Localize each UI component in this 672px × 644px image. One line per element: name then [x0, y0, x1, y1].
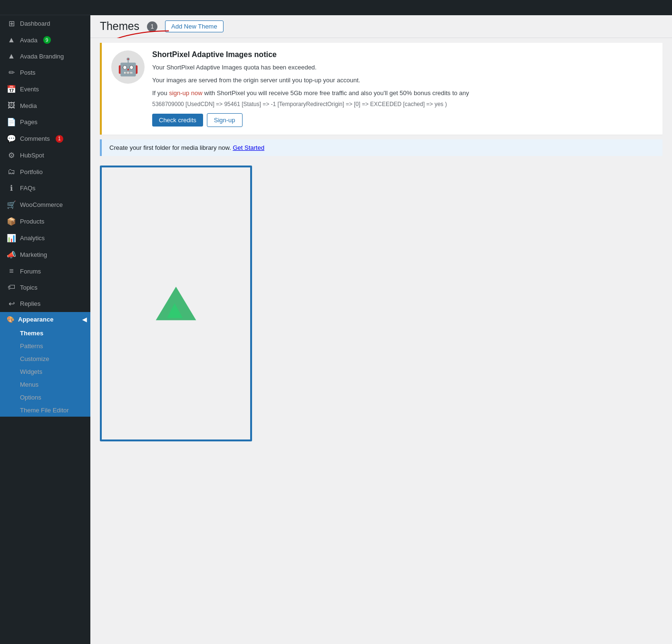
sidebar-item-themes[interactable]: Themes	[0, 327, 90, 340]
notice-line3-prefix: If you	[152, 89, 169, 97]
pages-icon: 📄	[7, 117, 16, 127]
signup-now-link[interactable]: sign-up now	[169, 89, 202, 97]
sidebar-item-events[interactable]: 📅 Events	[0, 81, 90, 98]
sidebar-item-label: Avada Branding	[20, 53, 64, 60]
hubspot-icon: ⚙	[7, 151, 16, 160]
avada-badge: 9	[43, 36, 51, 44]
sidebar-item-avada[interactable]: ▲ Avada 9	[0, 32, 90, 48]
notice-line1: Your ShortPixel Adaptive Images quota ha…	[152, 63, 653, 73]
sidebar-item-label: Posts	[20, 69, 36, 76]
sidebar-item-widgets[interactable]: Widgets	[0, 365, 90, 378]
page-title: Themes	[100, 20, 139, 33]
sidebar-item-label: Media	[20, 102, 37, 109]
replies-icon: ↩	[7, 299, 16, 308]
sidebar-item-menus[interactable]: Menus	[0, 378, 90, 391]
sidebar-item-forums[interactable]: ≡ Forums	[0, 263, 90, 279]
products-icon: 📦	[7, 217, 16, 226]
sidebar-item-appearance[interactable]: 🎨 Appearance ◀	[0, 312, 90, 327]
sidebar-item-products[interactable]: 📦 Products	[0, 213, 90, 230]
forums-icon: ≡	[7, 267, 16, 275]
sidebar-item-posts[interactable]: ✏ Posts	[0, 64, 90, 81]
sidebar-item-analytics[interactable]: 📊 Analytics	[0, 230, 90, 246]
sidebar-item-patterns[interactable]: Patterns	[0, 340, 90, 352]
avada-logo-svg	[152, 284, 200, 322]
main-content: Themes 1 Add New Theme 🤖 ShortPixel Adap…	[90, 0, 672, 644]
top-admin-bar	[90, 0, 672, 15]
add-new-theme-button[interactable]: Add New Theme	[165, 20, 224, 32]
sidebar-item-label: Forums	[20, 268, 41, 275]
content-area: 🤖 ShortPixel Adaptive Images notice Your…	[90, 38, 672, 644]
woocommerce-icon: 🛒	[7, 200, 16, 209]
sidebar-item-options[interactable]: Options	[0, 391, 90, 404]
notice-line2: Your images are served from the origin s…	[152, 76, 653, 86]
sidebar-item-dashboard[interactable]: ⊞ Dashboard	[0, 15, 90, 32]
appearance-label: Appearance	[18, 316, 53, 323]
sidebar-item-label: Topics	[20, 284, 38, 291]
avada-theme-logo	[152, 284, 200, 322]
sidebar-item-theme-file-editor[interactable]: Theme File Editor	[0, 404, 90, 417]
sidebar-item-avada-branding[interactable]: ▲ Avada Branding	[0, 48, 90, 64]
sidebar-item-customize[interactable]: Customize	[0, 352, 90, 365]
sidebar-item-topics[interactable]: 🏷 Topics	[0, 279, 90, 295]
signup-button[interactable]: Sign-up	[207, 113, 243, 127]
sidebar-item-label: Dashboard	[20, 20, 50, 27]
theme-count-badge: 1	[147, 21, 157, 32]
notice-meta: 5368709000 [UsedCDN] => 95461 [Status] =…	[152, 101, 653, 107]
get-started-link[interactable]: Get Started	[233, 144, 264, 151]
appearance-icon: 🎨	[7, 316, 14, 323]
sidebar-item-label: FAQs	[20, 185, 36, 192]
appearance-section: 🎨 Appearance ◀ Themes Patterns Customize…	[0, 312, 90, 417]
topics-icon: 🏷	[7, 283, 16, 292]
sidebar-item-label: HubSpot	[20, 152, 44, 159]
sidebar-item-woocommerce[interactable]: 🛒 WooCommerce	[0, 196, 90, 213]
marketing-icon: 📣	[7, 250, 16, 259]
comments-badge: 1	[56, 135, 63, 143]
page-header: Themes 1 Add New Theme	[90, 15, 672, 38]
sidebar-item-comments[interactable]: 💬 Comments 1	[0, 130, 90, 147]
faqs-icon: ℹ	[7, 184, 16, 193]
posts-icon: ✏	[7, 68, 16, 77]
sidebar-item-label: Events	[20, 86, 39, 93]
events-icon: 📅	[7, 85, 16, 94]
notice-line3-suffix: with ShortPixel you will receive 5Gb mor…	[203, 89, 469, 97]
media-library-info-bar: Create your first folder for media libra…	[100, 139, 662, 156]
notice-content: ShortPixel Adaptive Images notice Your S…	[152, 50, 653, 127]
sidebar-item-label: Products	[20, 218, 44, 225]
theme-card-active[interactable]	[100, 166, 252, 441]
comments-icon: 💬	[7, 134, 16, 143]
shortpixel-notice: 🤖 ShortPixel Adaptive Images notice Your…	[100, 43, 662, 135]
sidebar-item-label: Pages	[20, 118, 38, 126]
chevron-left-icon: ◀	[82, 316, 87, 323]
sidebar-item-label: Portfolio	[20, 168, 43, 176]
avada-branding-icon: ▲	[7, 52, 16, 60]
sidebar-item-label: Analytics	[20, 234, 45, 242]
notice-inner: 🤖 ShortPixel Adaptive Images notice Your…	[111, 50, 653, 127]
shortpixel-robot-icon: 🤖	[111, 50, 145, 84]
media-icon: 🖼	[7, 101, 16, 110]
sidebar-item-replies[interactable]: ↩ Replies	[0, 295, 90, 312]
info-bar-text-prefix: Create your first folder for media libra…	[109, 144, 233, 151]
sidebar-item-pages[interactable]: 📄 Pages	[0, 114, 90, 130]
notice-title: ShortPixel Adaptive Images notice	[152, 50, 653, 59]
sidebar-item-portfolio[interactable]: 🗂 Portfolio	[0, 164, 90, 180]
notice-line3: If you sign-up now with ShortPixel you w…	[152, 88, 653, 98]
portfolio-icon: 🗂	[7, 167, 16, 176]
sidebar-item-faqs[interactable]: ℹ FAQs	[0, 180, 90, 196]
notice-actions: Check credits Sign-up	[152, 113, 653, 127]
sidebar-item-label: Avada	[20, 37, 38, 44]
sidebar: ⊞ Dashboard ▲ Avada 9 ▲ Avada Branding ✏…	[0, 0, 90, 644]
sidebar-item-marketing[interactable]: 📣 Marketing	[0, 246, 90, 263]
sidebar-item-label: WooCommerce	[20, 201, 63, 208]
sidebar-top-bar	[0, 0, 90, 15]
dashboard-icon: ⊞	[7, 19, 16, 28]
themes-grid	[90, 161, 672, 446]
sidebar-item-media[interactable]: 🖼 Media	[0, 98, 90, 114]
sidebar-item-label: Replies	[20, 300, 40, 307]
sidebar-item-hubspot[interactable]: ⚙ HubSpot	[0, 147, 90, 164]
analytics-icon: 📊	[7, 234, 16, 243]
check-credits-button[interactable]: Check credits	[152, 114, 203, 127]
sidebar-item-label: Marketing	[20, 251, 47, 258]
sidebar-item-label: Comments	[20, 135, 50, 142]
avada-icon: ▲	[7, 36, 16, 44]
